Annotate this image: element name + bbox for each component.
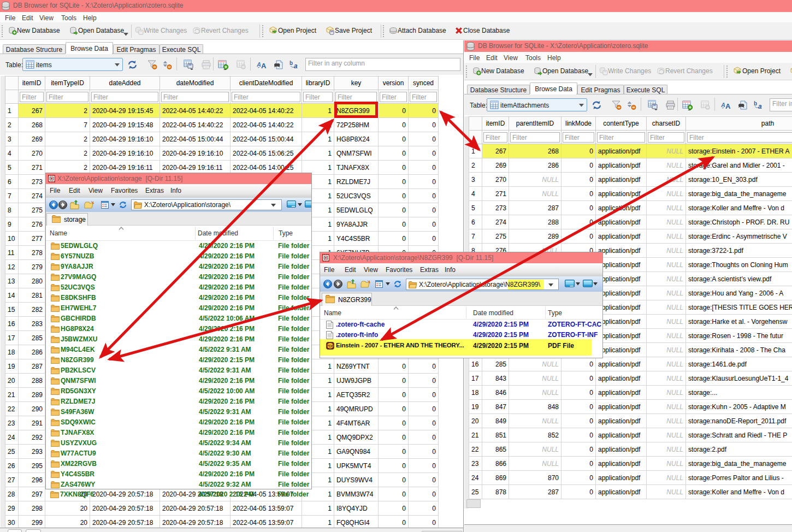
- svg-text:a: a: [294, 62, 298, 69]
- svg-text:PDF: PDF: [327, 344, 334, 348]
- svg-text:a: a: [758, 103, 762, 110]
- svg-text:A: A: [257, 61, 261, 68]
- svg-text:A: A: [725, 102, 731, 110]
- svg-text:A: A: [261, 62, 267, 69]
- svg-text:A: A: [721, 102, 725, 108]
- svg-text:b: b: [289, 60, 293, 66]
- svg-text:b: b: [754, 101, 757, 107]
